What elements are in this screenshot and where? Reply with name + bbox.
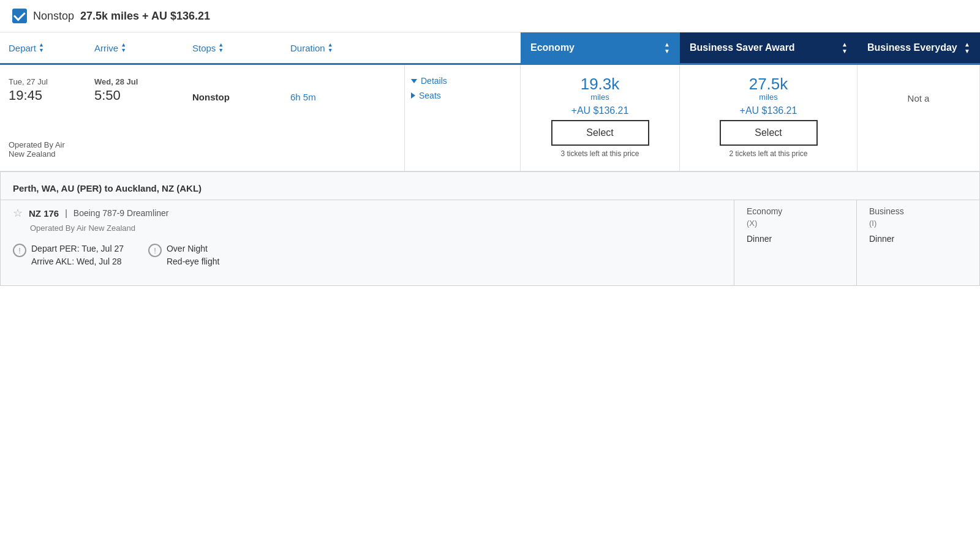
stops-cell: Nonstop — [184, 65, 282, 171]
depart-info-icon: ! — [13, 244, 26, 257]
details-arrow-icon — [411, 79, 417, 83]
business-meal-name: Dinner — [869, 234, 967, 244]
stops-sort-icon: ▲▼ — [218, 42, 224, 53]
star-icon: ☆ — [13, 206, 23, 220]
overnight-text: Over Night Red-eye flight — [167, 242, 219, 268]
depart-info-block: ! Depart PER: Tue, Jul 27 Arrive AKL: We… — [13, 242, 124, 268]
economy-miles-label: miles — [590, 92, 609, 102]
business-everyday-header: Business Everyday ▲▼ — [858, 32, 980, 63]
depart-cell: Tue, 27 Jul 19:45 Operated By Air New Ze… — [0, 65, 86, 171]
economy-class-code: (X) — [747, 219, 844, 228]
seats-arrow-icon — [411, 92, 415, 99]
column-headers: Depart ▲▼ Arrive ▲▼ Stops ▲▼ Duration ▲▼… — [0, 32, 980, 65]
economy-header: Economy ▲▼ — [521, 32, 680, 63]
business-saver-select-button[interactable]: Select — [720, 120, 818, 146]
operated-by-detail: Operated By Air New Zealand — [30, 223, 722, 233]
flight-info-section: ☆ NZ 176 | Boeing 787-9 Dreamliner Opera… — [1, 200, 734, 285]
business-saver-sort-icon: ▲▼ — [842, 41, 848, 54]
depart-header[interactable]: Depart ▲▼ — [0, 32, 86, 63]
business-saver-plus-price: +AU $136.21 — [740, 105, 797, 116]
business-saver-header: Business Saver Award ▲▼ — [680, 32, 858, 63]
arrive-sort-icon: ▲▼ — [121, 42, 126, 53]
nonstop-checkbox[interactable] — [12, 9, 27, 23]
depart-info-text: Depart PER: Tue, Jul 27 Arrive AKL: Wed,… — [31, 242, 124, 268]
arrive-cell: Wed, 28 Jul 5:50 — [86, 65, 184, 171]
operated-by-label: Operated By Air New Zealand — [9, 140, 77, 159]
details-button[interactable]: Details — [411, 76, 514, 86]
aircraft-model: Boeing 787-9 Dreamliner — [74, 208, 169, 218]
flight-row: Tue, 27 Jul 19:45 Operated By Air New Ze… — [0, 65, 980, 171]
business-saver-tickets-left: 2 tickets left at this price — [729, 149, 807, 158]
arrive-date: Wed, 28 Jul — [94, 77, 175, 86]
route-label: Perth, WA, AU (PER) to Auckland, NZ (AKL… — [1, 172, 979, 200]
business-saver-miles: 27.5k — [749, 75, 788, 94]
overnight-icon: ! — [148, 244, 162, 257]
stops-header[interactable]: Stops ▲▼ — [184, 32, 282, 63]
economy-select-button[interactable]: Select — [551, 120, 649, 146]
nonstop-label: Nonstop — [33, 10, 74, 23]
business-saver-miles-label: miles — [759, 92, 777, 102]
depart-time: 19:45 — [9, 88, 77, 103]
aircraft-type: | — [65, 208, 67, 218]
arrive-header[interactable]: Arrive ▲▼ — [86, 32, 184, 63]
economy-plus-price: +AU $136.21 — [571, 105, 629, 116]
economy-sort-icon: ▲▼ — [664, 41, 670, 54]
business-saver-price-cell: 27.5k miles +AU $136.21 Select 2 tickets… — [680, 65, 858, 171]
economy-price-cell: 19.3k miles +AU $136.21 Select 3 tickets… — [521, 65, 680, 171]
economy-meal-col: Economy (X) Dinner — [734, 200, 857, 285]
duration-sort-icon: ▲▼ — [328, 42, 333, 53]
overnight-info-block: ! Over Night Red-eye flight — [148, 242, 219, 268]
flight-number: NZ 176 — [29, 208, 59, 219]
business-class-header: Business — [869, 206, 967, 216]
depart-sort-icon: ▲▼ — [39, 42, 44, 53]
business-meal-col: Business (I) Dinner — [857, 200, 979, 285]
flight-number-row: ☆ NZ 176 | Boeing 787-9 Dreamliner — [13, 206, 722, 220]
arrive-time: 5:50 — [94, 88, 175, 103]
economy-class-header: Economy — [747, 206, 844, 216]
details-seats-cell: Details Seats — [404, 65, 521, 171]
duration-header[interactable]: Duration ▲▼ — [282, 32, 404, 63]
duration-text: 6h 5m — [290, 77, 396, 102]
seats-button[interactable]: Seats — [411, 91, 514, 100]
business-everyday-sort-icon: ▲▼ — [964, 41, 970, 54]
top-filter-bar: Nonstop 27.5k miles + AU $136.21 — [0, 0, 980, 32]
economy-miles: 19.3k — [581, 75, 620, 94]
nonstop-filter[interactable]: Nonstop 27.5k miles + AU $136.21 — [12, 9, 210, 23]
nonstop-price: 27.5k miles + AU $136.21 — [80, 10, 210, 23]
depart-date: Tue, 27 Jul — [9, 77, 77, 86]
stops-text: Nonstop — [192, 77, 273, 102]
details-panel: Perth, WA, AU (PER) to Auckland, NZ (AKL… — [0, 171, 980, 286]
economy-tickets-left: 3 tickets left at this price — [560, 149, 639, 158]
business-everyday-price-cell: Not a — [858, 65, 980, 171]
depart-arrive-info: ! Depart PER: Tue, Jul 27 Arrive AKL: We… — [13, 242, 722, 268]
duration-cell: 6h 5m — [282, 65, 404, 171]
business-class-code: (I) — [869, 219, 967, 228]
economy-meal-name: Dinner — [747, 234, 844, 244]
business-everyday-not-avail: Not a — [898, 75, 940, 122]
